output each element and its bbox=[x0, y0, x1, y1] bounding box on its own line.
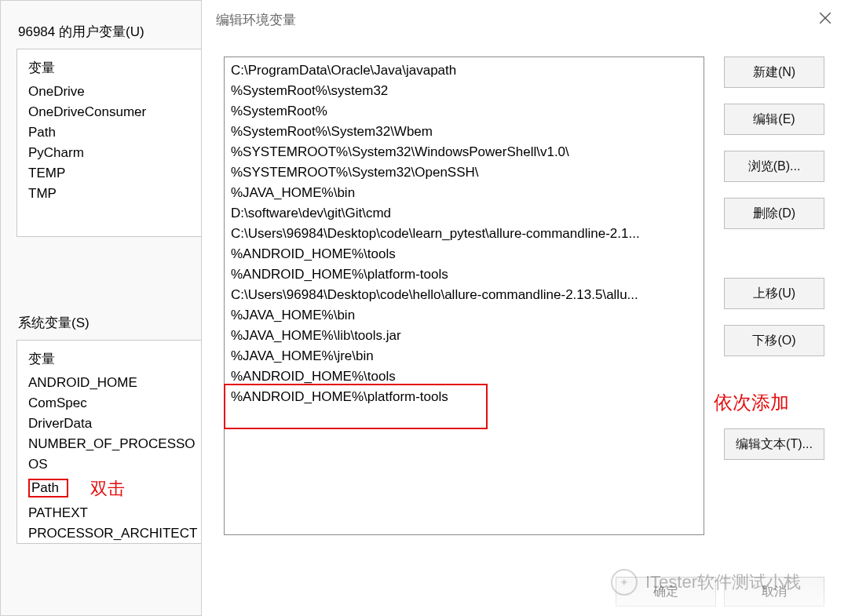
path-entry-row[interactable]: %JAVA_HOME%\bin bbox=[225, 183, 704, 203]
annotation-doubleclick: 双击 bbox=[90, 477, 125, 501]
dialog-title: 编辑环境变量 bbox=[216, 11, 296, 29]
path-entry-row[interactable]: %JAVA_HOME%\lib\tools.jar bbox=[225, 326, 704, 346]
move-up-button[interactable]: 上移(U) bbox=[724, 278, 824, 309]
path-entry-row[interactable]: C:\ProgramData\Oracle\Java\javapath bbox=[225, 60, 704, 81]
dialog-button-column: 新建(N) 编辑(E) 浏览(B)... 删除(D) 上移(U) 下移(O) 编… bbox=[724, 56, 824, 476]
path-entry-row[interactable]: %ANDROID_HOME%\tools bbox=[225, 366, 704, 387]
edit-env-var-dialog: 编辑环境变量 C:\ProgramData\Oracle\Java\javapa… bbox=[201, 0, 848, 616]
move-down-button[interactable]: 下移(O) bbox=[724, 325, 824, 356]
path-entry-row[interactable]: %JAVA_HOME%\bin bbox=[225, 305, 704, 326]
delete-button[interactable]: 删除(D) bbox=[724, 198, 824, 229]
path-entry-row[interactable]: C:\Users\96984\Desktop\code\learn_pytest… bbox=[225, 224, 704, 244]
path-entry-row[interactable]: %SystemRoot% bbox=[225, 101, 704, 122]
path-entry-row[interactable]: %SYSTEMROOT%\System32\OpenSSH\ bbox=[225, 162, 704, 183]
close-icon[interactable] bbox=[818, 11, 832, 25]
edit-button[interactable]: 编辑(E) bbox=[724, 104, 824, 135]
path-entry-row[interactable]: %ANDROID_HOME%\tools bbox=[225, 244, 704, 264]
path-entry-row[interactable]: %ANDROID_HOME%\platform-tools bbox=[225, 387, 704, 407]
ok-button[interactable]: 确定 bbox=[616, 577, 716, 607]
new-button[interactable]: 新建(N) bbox=[724, 56, 824, 88]
path-entry-row[interactable]: %JAVA_HOME%\jre\bin bbox=[225, 346, 704, 366]
path-entry-row[interactable]: C:\Users\96984\Desktop\code\hello\allure… bbox=[225, 285, 704, 305]
cancel-button[interactable]: 取消 bbox=[724, 577, 824, 607]
path-entry-row[interactable]: %ANDROID_HOME%\platform-tools bbox=[225, 264, 704, 285]
path-entry-row[interactable]: %SYSTEMROOT%\System32\WindowsPowerShell\… bbox=[225, 142, 704, 162]
path-entry-row[interactable]: %SystemRoot%\System32\Wbem bbox=[225, 122, 704, 142]
browse-button[interactable]: 浏览(B)... bbox=[724, 151, 824, 182]
annotation-path-highlight: Path bbox=[28, 479, 68, 498]
path-entry-row[interactable]: D:\software\dev\git\Git\cmd bbox=[225, 203, 704, 224]
dialog-footer: 确定 取消 bbox=[202, 567, 848, 616]
path-entries-listbox[interactable]: C:\ProgramData\Oracle\Java\javapath%Syst… bbox=[224, 56, 704, 535]
edit-text-button[interactable]: 编辑文本(T)... bbox=[724, 428, 824, 460]
path-entry-row[interactable]: %SystemRoot%\system32 bbox=[225, 81, 704, 101]
